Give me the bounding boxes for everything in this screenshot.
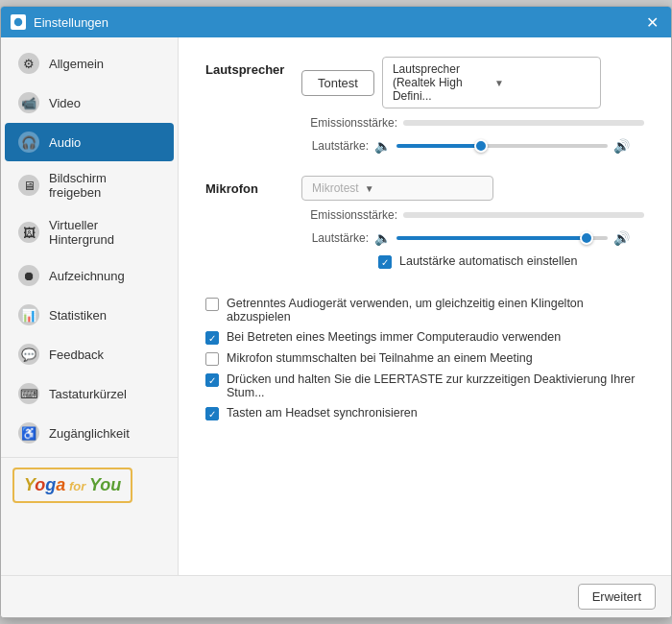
sidebar-logo-area: Yoga for You: [1, 457, 178, 515]
checkbox-leertaste[interactable]: ✓: [205, 373, 219, 387]
sidebar-label-statistiken: Statistiken: [49, 308, 107, 323]
checkbox-label-headset: Tasten am Headset synchronisieren: [227, 406, 418, 420]
speaker-device-label: Lautsprecher (Realtek High Defini...: [393, 62, 489, 103]
sidebar-icon-audio: 🎧: [18, 132, 39, 153]
auto-volume-checkbox[interactable]: ✓: [378, 255, 392, 269]
checkbox-row-mikro-stummschalten: Mikrofon stummschalten bei Teilnahme an …: [205, 351, 644, 366]
logo-yoga3: g: [45, 475, 56, 494]
title-bar-left: Einstellungen: [11, 14, 108, 30]
mikrofon-vol-low-icon: 🔈: [374, 230, 391, 246]
checkbox-headset[interactable]: ✓: [205, 407, 219, 420]
settings-window: Einstellungen ✕ ⚙ Allgemein 📹 Video 🎧 Au…: [0, 6, 672, 618]
speaker-vol-low-icon: 🔈: [374, 138, 391, 154]
sidebar-nav: ⚙ Allgemein 📹 Video 🎧 Audio 🖥 Bildschirm…: [1, 43, 178, 453]
svg-point-0: [13, 17, 23, 27]
sidebar-item-hintergrund[interactable]: 🖼 Virtueller Hintergrund: [5, 209, 174, 255]
window-title: Einstellungen: [34, 15, 108, 30]
sidebar-label-aufzeichnung: Aufzeichnung: [49, 269, 125, 283]
mikrofon-slider-track: [396, 236, 608, 240]
speaker-controls: Tontest Lautsprecher (Realtek High Defin…: [301, 57, 644, 155]
sidebar-item-zugaenglichkeit[interactable]: ♿ Zugänglichkeit: [5, 414, 174, 452]
erweitert-button[interactable]: Erweitert: [578, 584, 656, 610]
speaker-dropdown-icon: ▼: [494, 78, 590, 88]
logo-you: You: [89, 475, 121, 494]
mikrofon-volume-slider[interactable]: [396, 229, 608, 247]
title-bar: Einstellungen ✕: [1, 7, 671, 37]
logo-yoga4: a: [56, 475, 65, 494]
checkbox-computeraudio[interactable]: ✓: [205, 331, 219, 345]
sidebar-label-allgemein: Allgemein: [49, 57, 104, 71]
sidebar-label-audio: Audio: [49, 135, 81, 150]
checkboxes-section: Getrenntes Audiogerät verwenden, um glei…: [205, 297, 644, 420]
checkbox-row-getrennt: Getrenntes Audiogerät verwenden, um glei…: [205, 297, 644, 324]
speaker-volume-row: Lautstärke: 🔈 🔊: [301, 137, 644, 155]
sidebar-item-audio[interactable]: 🎧 Audio: [5, 123, 174, 161]
sidebar-icon-allgemein: ⚙: [18, 53, 39, 74]
audio-settings-panel: Lautsprecher Tontest Lautsprecher (Realt…: [179, 37, 671, 575]
sidebar-icon-video: 📹: [18, 92, 39, 113]
speaker-slider-thumb[interactable]: [474, 139, 488, 153]
auto-volume-label: Lautstärke automatisch einstellen: [399, 254, 578, 268]
checkbox-row-headset: ✓Tasten am Headset synchronisieren: [205, 406, 644, 420]
mikrotest-select[interactable]: Mikrotest ▼: [301, 176, 493, 201]
sidebar-icon-feedback: 💬: [18, 344, 39, 365]
sidebar-label-hintergrund: Virtueller Hintergrund: [49, 218, 160, 247]
mikrofon-emission-label: Emissionsstärke:: [301, 208, 397, 222]
sidebar-icon-tastatur: ⌨: [18, 383, 39, 404]
checkbox-label-getrennt: Getrenntes Audiogerät verwenden, um glei…: [227, 297, 644, 324]
checkbox-mikro-stummschalten[interactable]: [205, 352, 219, 366]
sidebar-icon-statistiken: 📊: [18, 304, 39, 325]
tontest-button[interactable]: Tontest: [301, 70, 374, 96]
sidebar-label-tastatur: Tastaturkürzel: [49, 387, 127, 401]
speaker-label: Lautsprecher: [205, 57, 301, 77]
speaker-section: Lautsprecher Tontest Lautsprecher (Realt…: [205, 57, 644, 155]
sidebar-item-bildschirm[interactable]: 🖥 Bildschirm freigeben: [5, 162, 174, 208]
speaker-slider-track: [396, 144, 608, 148]
sidebar-label-bildschirm: Bildschirm freigeben: [49, 171, 160, 200]
sidebar-item-allgemein[interactable]: ⚙ Allgemein: [5, 44, 174, 83]
logo-yoga: Y: [24, 475, 35, 494]
sidebar-item-video[interactable]: 📹 Video: [5, 84, 174, 122]
checkbox-getrennt[interactable]: [205, 298, 219, 311]
checkbox-label-mikro-stummschalten: Mikrofon stummschalten bei Teilnahme an …: [227, 351, 533, 365]
sidebar-item-statistiken[interactable]: 📊 Statistiken: [5, 296, 174, 334]
sidebar: ⚙ Allgemein 📹 Video 🎧 Audio 🖥 Bildschirm…: [1, 37, 179, 575]
sidebar-icon-aufzeichnung: ⏺: [18, 265, 39, 286]
mikrofon-volume-label: Lautstärke:: [301, 231, 369, 245]
speaker-emission-label: Emissionsstärke:: [301, 116, 397, 130]
speaker-top-row: Tontest Lautsprecher (Realtek High Defin…: [301, 57, 644, 108]
logo-for: for: [65, 479, 89, 493]
mikrofon-section: Mikrofon Mikrotest ▼ Emissionsstärke: La…: [205, 176, 644, 276]
mikrofon-slider-thumb[interactable]: [580, 231, 593, 245]
speaker-emission-bar: [403, 120, 644, 126]
sidebar-icon-bildschirm: 🖥: [18, 175, 39, 196]
checkbox-row-leertaste: ✓Drücken und halten Sie die LEERTASTE zu…: [205, 372, 644, 399]
bottom-bar: Erweitert: [1, 575, 671, 617]
sidebar-icon-hintergrund: 🖼: [18, 222, 39, 243]
logo-yoga2: o: [35, 475, 45, 494]
mikrofon-emission-row: Emissionsstärke:: [301, 208, 644, 222]
speaker-volume-slider[interactable]: [396, 137, 608, 155]
mikrofon-vol-high-icon: 🔊: [613, 230, 630, 246]
mikrofon-label: Mikrofon: [205, 176, 301, 196]
sidebar-item-tastatur[interactable]: ⌨ Tastaturkürzel: [5, 374, 174, 413]
logo-box: Yoga for You: [12, 468, 132, 503]
auto-volume-row: ✓ Lautstärke automatisch einstellen: [301, 254, 644, 269]
sidebar-label-zugaenglichkeit: Zugänglichkeit: [49, 426, 130, 441]
speaker-emission-row: Emissionsstärke:: [301, 116, 644, 130]
mikrofon-emission-bar: [403, 212, 644, 218]
sidebar-item-aufzeichnung[interactable]: ⏺ Aufzeichnung: [5, 256, 174, 295]
sidebar-icon-zugaenglichkeit: ♿: [18, 422, 39, 444]
mikrofon-top-row: Mikrotest ▼: [301, 176, 644, 201]
sidebar-label-video: Video: [49, 96, 81, 110]
mikrofon-volume-row: Lautstärke: 🔈 🔊: [301, 229, 644, 247]
sidebar-label-feedback: Feedback: [49, 348, 104, 362]
speaker-vol-high-icon: 🔊: [613, 138, 630, 154]
checkbox-label-leertaste: Drücken und halten Sie die LEERTASTE zur…: [227, 372, 644, 399]
close-button[interactable]: ✕: [642, 12, 661, 32]
speaker-device-select[interactable]: Lautsprecher (Realtek High Defini... ▼: [382, 57, 601, 108]
speaker-volume-label: Lautstärke:: [301, 139, 369, 153]
app-icon: [11, 14, 26, 30]
mikro-dropdown-icon: ▼: [365, 183, 374, 194]
sidebar-item-feedback[interactable]: 💬 Feedback: [5, 335, 174, 373]
